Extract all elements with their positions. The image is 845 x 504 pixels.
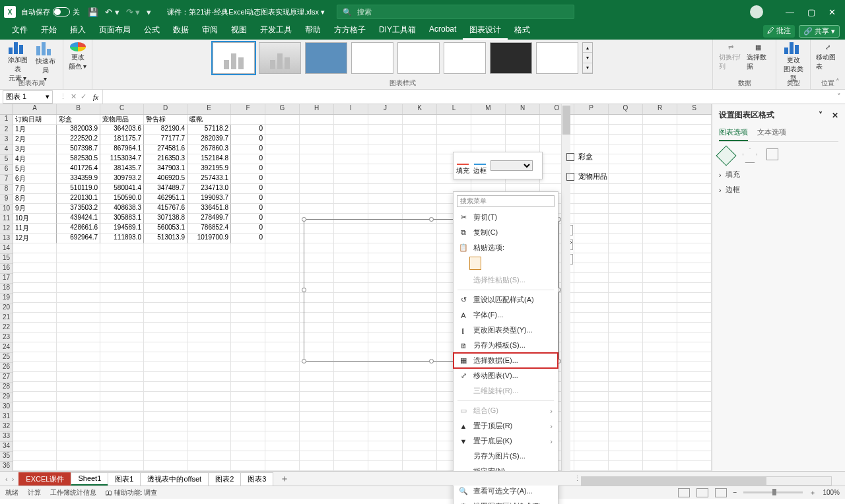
cell[interactable] — [57, 342, 100, 352]
cell[interactable] — [334, 362, 368, 372]
cell[interactable] — [300, 135, 334, 144]
cell[interactable] — [643, 342, 677, 352]
cell[interactable] — [334, 392, 368, 402]
cell[interactable] — [403, 392, 437, 402]
ribbon-tab-方方格子[interactable]: 方方格子 — [327, 22, 372, 40]
row-header[interactable]: 19 — [0, 294, 13, 303]
cell[interactable] — [231, 402, 265, 412]
cell[interactable] — [403, 184, 437, 194]
cell[interactable] — [13, 372, 57, 382]
cell[interactable]: 1153034.7 — [100, 154, 144, 164]
cell[interactable] — [265, 431, 300, 441]
cell[interactable] — [100, 342, 144, 352]
cell[interactable] — [187, 342, 231, 352]
cell[interactable] — [57, 332, 100, 342]
cell[interactable] — [643, 234, 677, 243]
change-colors-button[interactable]: 更改 颜色 ▾ — [66, 42, 90, 71]
menu-send-back[interactable]: ▼置于底层(K) — [454, 433, 558, 449]
chart-style-2[interactable] — [259, 42, 301, 74]
cell[interactable]: 347903.1 — [144, 164, 187, 174]
cell[interactable]: 282039.7 — [187, 135, 231, 144]
col-header[interactable]: S — [677, 104, 712, 114]
autosave-toggle[interactable]: 自动保存 关 — [21, 7, 80, 17]
cell[interactable]: 382003.9 — [57, 125, 100, 135]
cell[interactable] — [677, 224, 712, 234]
cell[interactable] — [13, 313, 57, 323]
maximize-button[interactable]: ▢ — [807, 7, 815, 17]
cell[interactable] — [144, 313, 187, 323]
cell[interactable]: 12月 — [13, 234, 57, 243]
ribbon-tab-帮助[interactable]: 帮助 — [298, 22, 327, 40]
ribbon-tab-文件[interactable]: 文件 — [5, 22, 34, 40]
cell[interactable] — [677, 164, 712, 174]
cell[interactable]: 257433.1 — [187, 174, 231, 184]
cell[interactable] — [368, 412, 403, 422]
cell[interactable]: 7月 — [13, 184, 57, 194]
cell[interactable]: 0 — [231, 194, 265, 204]
cell[interactable] — [187, 402, 231, 412]
cell[interactable] — [609, 283, 643, 293]
row-header[interactable]: 12 — [0, 224, 13, 234]
cell[interactable]: 381435.7 — [100, 164, 144, 174]
cell[interactable] — [334, 174, 368, 184]
cell[interactable] — [265, 125, 300, 135]
cell[interactable] — [609, 372, 643, 382]
cell[interactable] — [368, 392, 403, 402]
context-search[interactable]: 搜索菜单 — [457, 195, 555, 207]
cell[interactable] — [403, 402, 437, 412]
cell[interactable]: 5月 — [13, 164, 57, 174]
cell[interactable] — [643, 422, 677, 431]
ribbon-tab-插入[interactable]: 插入 — [63, 22, 92, 40]
cell[interactable]: 216350.3 — [144, 154, 187, 164]
cell[interactable] — [144, 283, 187, 293]
row-header[interactable]: 33 — [0, 432, 13, 442]
cell[interactable] — [265, 144, 300, 154]
menu-select-data[interactable]: ▦选择数据(E)... — [454, 353, 558, 368]
resize-handle-s[interactable] — [429, 359, 434, 363]
cell[interactable]: 彩盒 — [57, 115, 100, 125]
cell[interactable] — [100, 402, 144, 412]
cell[interactable] — [187, 412, 231, 422]
cell[interactable]: 309793.2 — [100, 174, 144, 184]
cell[interactable] — [187, 461, 231, 471]
cell[interactable] — [334, 144, 368, 154]
cell[interactable] — [403, 154, 437, 164]
col-header[interactable]: N — [506, 104, 540, 114]
cell[interactable] — [57, 283, 100, 293]
cell[interactable] — [231, 243, 265, 253]
cell[interactable] — [643, 402, 677, 412]
resize-handle-w[interactable] — [302, 288, 306, 292]
cell[interactable] — [300, 362, 334, 372]
cell[interactable] — [574, 313, 609, 323]
cell[interactable]: 199093.7 — [187, 194, 231, 204]
cell[interactable]: 0 — [231, 125, 265, 135]
cell[interactable] — [609, 461, 643, 471]
menu-copy[interactable]: ⧉复制(C) — [454, 225, 558, 240]
cell[interactable] — [265, 412, 300, 422]
cell[interactable] — [643, 194, 677, 204]
cell[interactable] — [187, 313, 231, 323]
cell[interactable] — [437, 125, 471, 135]
cell[interactable] — [57, 441, 100, 451]
cell[interactable] — [13, 332, 57, 342]
cell[interactable] — [643, 253, 677, 263]
name-box[interactable]: 图表 1▾ — [3, 90, 53, 104]
cell[interactable] — [609, 362, 643, 372]
cell[interactable] — [403, 451, 437, 461]
cell[interactable] — [643, 115, 677, 125]
cell[interactable] — [13, 422, 57, 431]
cell[interactable] — [403, 204, 437, 214]
cell[interactable] — [265, 194, 300, 204]
cell[interactable] — [403, 422, 437, 431]
cell[interactable] — [643, 184, 677, 194]
share-button[interactable]: 🔗 共享 ▾ — [799, 25, 840, 38]
menu-save-as-picture[interactable]: 另存为图片(S)... — [454, 449, 558, 464]
cell[interactable] — [334, 461, 368, 471]
cell[interactable] — [334, 372, 368, 382]
cell[interactable] — [368, 431, 403, 441]
col-header[interactable]: M — [471, 104, 506, 114]
cell[interactable] — [368, 194, 403, 204]
cell[interactable] — [609, 451, 643, 461]
user-avatar[interactable] — [750, 5, 763, 18]
cell[interactable] — [643, 392, 677, 402]
